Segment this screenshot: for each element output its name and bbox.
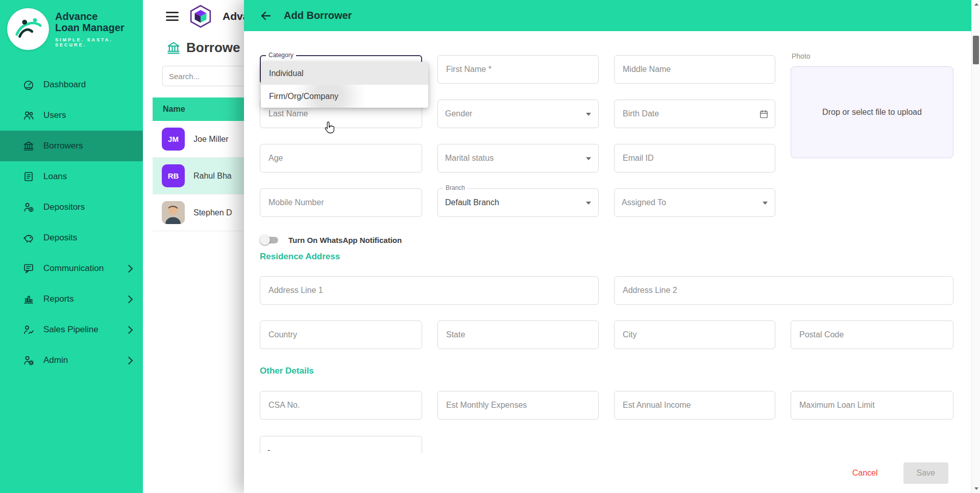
save-button[interactable]: Save xyxy=(903,462,948,484)
est-monthly-expenses-field[interactable] xyxy=(437,391,599,420)
gender-select[interactable]: Gender xyxy=(437,100,599,128)
menu-toggle-icon[interactable] xyxy=(166,12,179,21)
branch-value: Default Branch xyxy=(445,198,499,207)
section-other-details: Other Details xyxy=(260,366,962,376)
sidebar-item-dashboard[interactable]: Dashboard xyxy=(0,69,143,100)
app-logo-icon xyxy=(190,5,211,28)
ledger-icon xyxy=(22,170,35,183)
city-field[interactable] xyxy=(614,321,775,349)
photo-label: Photo xyxy=(792,52,953,60)
back-arrow-icon[interactable] xyxy=(259,9,273,22)
branch-label: Branch xyxy=(443,184,468,191)
bar-chart-icon xyxy=(22,293,35,305)
sidebar-item-label: Loans xyxy=(43,171,67,182)
postal-code-field[interactable] xyxy=(791,321,953,349)
drawer-footer: Cancel Save xyxy=(244,453,980,493)
option-individual[interactable]: Individual xyxy=(261,62,428,85)
sidebar-item-label: Dashboard xyxy=(43,80,86,90)
sidebar-item-depositors[interactable]: Depositors xyxy=(0,192,143,223)
sidebar-item-label: Sales Pipeline xyxy=(43,325,99,335)
sidebar-item-loans[interactable]: Loans xyxy=(0,161,143,192)
age-field[interactable] xyxy=(260,144,422,172)
assigned-to-select[interactable]: Assigned To xyxy=(614,188,775,217)
whatsapp-toggle-row: Turn On WhatsApp Notification xyxy=(260,235,962,245)
marital-status-select[interactable]: Marital status xyxy=(437,144,599,172)
address-line2-field[interactable] xyxy=(614,276,953,305)
chevron-right-icon xyxy=(125,356,133,364)
sidebar-item-reports[interactable]: Reports xyxy=(0,284,143,314)
brand-title-line1: Advance xyxy=(55,11,138,22)
add-borrower-drawer: Add Borrower Category Individual Firm/Or… xyxy=(244,0,980,493)
drawer-title: Add Borrower xyxy=(284,10,352,21)
sidebar-menu: Dashboard Users Borrowers Loans xyxy=(0,69,143,376)
country-field[interactable] xyxy=(260,321,422,349)
chevron-right-icon xyxy=(125,295,133,303)
piggy-bank-icon xyxy=(22,232,35,244)
sidebar-item-label: Communication xyxy=(43,263,104,274)
brand: Advance Loan Manager SIMPLE. SASTA. SECU… xyxy=(0,0,143,55)
logo-graphic xyxy=(13,14,43,44)
mobile-number-field[interactable] xyxy=(260,188,422,217)
chevron-right-icon xyxy=(125,264,133,273)
pipeline-icon xyxy=(22,324,35,336)
maximum-loan-limit-field[interactable] xyxy=(791,391,953,420)
avatar-photo xyxy=(162,201,185,224)
bank-icon xyxy=(22,140,35,152)
sidebar-item-borrowers[interactable]: Borrowers xyxy=(0,131,143,161)
category-dropdown: Individual Firm/Org/Company xyxy=(261,62,428,108)
scroll-down-arrow[interactable] xyxy=(972,484,980,493)
sidebar-item-label: Users xyxy=(43,110,66,120)
avatar-initials: RB xyxy=(162,164,185,187)
sidebar-item-label: Depositors xyxy=(43,202,85,212)
sidebar-item-sales-pipeline[interactable]: Sales Pipeline xyxy=(0,314,143,345)
address-line1-field[interactable] xyxy=(260,276,599,305)
sidebar: Advance Loan Manager SIMPLE. SASTA. SECU… xyxy=(0,0,143,493)
est-annual-income-field[interactable] xyxy=(614,391,775,420)
sidebar-item-label: Admin xyxy=(43,355,68,365)
option-firm-org-company[interactable]: Firm/Org/Company xyxy=(261,85,428,108)
csa-no-field[interactable] xyxy=(260,391,422,420)
whatsapp-toggle[interactable] xyxy=(260,235,280,245)
brand-title-line2: Loan Manager xyxy=(55,22,138,33)
calendar-icon[interactable] xyxy=(759,109,769,119)
dropdown-caret-icon xyxy=(586,202,591,205)
chevron-right-icon xyxy=(125,326,133,334)
sidebar-item-label: Reports xyxy=(43,294,74,304)
photo-dropzone[interactable]: Drop or select file to upload xyxy=(791,66,953,158)
sidebar-item-admin[interactable]: Admin xyxy=(0,345,143,376)
drawer-header: Add Borrower xyxy=(244,0,980,31)
dropdown-caret-icon xyxy=(763,202,768,205)
dropdown-caret-icon xyxy=(586,157,591,160)
cancel-button[interactable]: Cancel xyxy=(847,464,883,482)
category-label: Category xyxy=(266,52,296,59)
depositor-icon xyxy=(22,201,35,213)
email-field[interactable] xyxy=(614,144,775,172)
sidebar-item-communication[interactable]: Communication xyxy=(0,253,143,284)
admin-gear-icon xyxy=(22,354,35,366)
app-root: Advance Loan Manager SIMPLE. SASTA. SECU… xyxy=(0,0,980,493)
chat-icon xyxy=(22,262,35,275)
search-input[interactable] xyxy=(162,66,249,86)
state-field[interactable] xyxy=(437,321,599,349)
vertical-scrollbar[interactable] xyxy=(971,0,980,493)
birth-date-field[interactable] xyxy=(614,100,775,128)
branch-select[interactable]: Branch Default Branch xyxy=(437,188,599,217)
first-name-field[interactable] xyxy=(437,55,599,84)
dropdown-caret-icon xyxy=(586,113,591,116)
borrowers-page-icon xyxy=(166,40,181,56)
users-icon xyxy=(22,109,35,121)
partial-field[interactable]: - xyxy=(260,436,422,453)
category-select[interactable]: Category Individual Firm/Org/Company xyxy=(260,55,422,84)
scroll-up-arrow[interactable] xyxy=(972,0,980,9)
brand-text: Advance Loan Manager SIMPLE. SASTA. SECU… xyxy=(55,11,138,47)
sidebar-item-label: Borrowers xyxy=(43,141,83,151)
borrower-name: Rahul Bha xyxy=(193,171,232,181)
borrower-name: Joe Miller xyxy=(193,135,228,144)
middle-name-field[interactable] xyxy=(614,55,775,84)
sidebar-item-users[interactable]: Users xyxy=(0,100,143,131)
photo-section: Photo Drop or select file to upload xyxy=(791,55,953,172)
scrollbar-thumb[interactable] xyxy=(973,36,979,64)
avatar-initials: JM xyxy=(162,128,185,151)
sidebar-item-deposits[interactable]: Deposits xyxy=(0,223,143,253)
company-logo xyxy=(7,8,49,50)
